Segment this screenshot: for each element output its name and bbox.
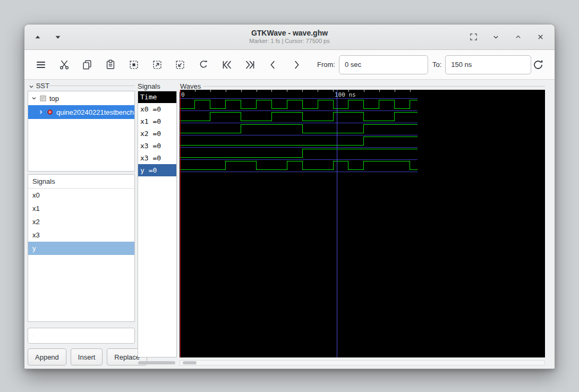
paste-icon: [105, 59, 116, 71]
wave-signal-row[interactable]: x0 =0: [138, 103, 176, 115]
h-scrollbar-names[interactable]: [138, 361, 176, 365]
maximize-icon: [514, 33, 522, 41]
wave-signal-row[interactable]: x3 =0: [138, 152, 176, 164]
sst-frame-line: [47, 86, 135, 86]
svg-text:0: 0: [181, 91, 185, 98]
scrollbar-thumb[interactable]: [138, 361, 175, 364]
from-label: From:: [317, 61, 335, 69]
step-right-icon: [291, 59, 302, 71]
insert-button[interactable]: Insert: [71, 348, 103, 365]
titlebar-right-controls: [467, 24, 546, 49]
undo-icon: [198, 59, 209, 71]
toolbar: From: To:: [24, 50, 555, 80]
main-content: SST top quine20240221testbench Signals x…: [24, 80, 555, 369]
wave-signal-row[interactable]: x3 =0: [138, 140, 176, 152]
wave-canvas[interactable]: 0100 ns: [180, 90, 545, 357]
search-input[interactable]: [37, 332, 130, 340]
append-button[interactable]: Append: [28, 348, 66, 365]
signal-actions: Append Insert Replace: [28, 348, 147, 365]
signal-list-item[interactable]: x0: [28, 189, 134, 202]
wave-canvas-svg: 0100 ns: [180, 90, 545, 357]
titlebar[interactable]: GTKWave - wave.ghw Marker: 1 fs | Cursor…: [24, 24, 555, 50]
titlebar-left-controls: [32, 24, 64, 49]
to-input[interactable]: [445, 55, 531, 74]
tree-node-label: top: [49, 95, 59, 103]
signal-list-item[interactable]: y: [28, 242, 134, 255]
waves-panel-label: Waves: [180, 82, 201, 90]
copy-button[interactable]: [81, 58, 95, 72]
tree-node-testbench[interactable]: quine20240221testbench: [28, 105, 134, 119]
nav-down-button[interactable]: [52, 31, 64, 43]
to-label: To:: [432, 61, 441, 69]
signal-list-item[interactable]: x3: [28, 228, 134, 242]
wave-signal-row[interactable]: x2 =0: [138, 127, 176, 140]
chevron-down-icon[interactable]: [29, 84, 34, 89]
nav-up-icon: [34, 33, 41, 41]
sst-signals-header: Signals: [28, 175, 134, 189]
tree-node-label: quine20240221testbench: [56, 108, 134, 116]
reload-button[interactable]: [531, 58, 545, 72]
sst-signals-panel: Signals x0x1x2x3y: [28, 174, 135, 322]
copy-icon: [81, 59, 93, 71]
close-icon: [537, 33, 544, 41]
cut-button[interactable]: [57, 58, 71, 72]
scope-icon: [39, 95, 47, 102]
expander-right-icon[interactable]: [38, 109, 44, 115]
signal-list: x0x1x2x3y: [28, 189, 134, 255]
entity-icon: [46, 108, 54, 116]
zoom-in-icon: [151, 59, 163, 71]
svg-text:100 ns: 100 ns: [335, 91, 356, 98]
to-end-button[interactable]: [243, 58, 257, 72]
to-start-button[interactable]: [220, 58, 234, 72]
to-start-icon: [220, 58, 233, 71]
search-icon: [32, 332, 33, 340]
signal-list-item[interactable]: x1: [28, 202, 134, 215]
sst-tree: top quine20240221testbench: [28, 91, 135, 172]
paste-button[interactable]: [104, 58, 117, 72]
window-title: GTKWave - wave.ghw: [249, 29, 329, 38]
marker-cursor-status: Marker: 1 fs | Cursor: 77500 ps: [249, 38, 329, 45]
zoom-out-button[interactable]: [174, 58, 188, 72]
zoom-in-button[interactable]: [150, 58, 164, 72]
menu-button[interactable]: [34, 58, 48, 72]
time-header: Time: [138, 91, 176, 103]
close-button[interactable]: [534, 31, 546, 43]
fullscreen-button[interactable]: [467, 31, 479, 43]
scrollbar-thumb[interactable]: [183, 361, 197, 364]
zoom-fit-icon: [128, 59, 140, 71]
wave-name-panel: Time x0 =0x1 =0x2 =0x3 =0x3 =0y =0: [138, 91, 177, 357]
cut-icon: [58, 59, 70, 71]
expander-down-icon[interactable]: [31, 96, 37, 101]
menu-icon: [35, 59, 47, 71]
minimize-button[interactable]: [490, 31, 501, 43]
wave-signal-row[interactable]: x1 =0: [138, 115, 176, 127]
tree-node-top[interactable]: top: [28, 91, 134, 105]
signal-list-item[interactable]: x2: [28, 215, 134, 228]
nav-down-icon: [54, 33, 62, 41]
nav-up-button[interactable]: [32, 31, 44, 43]
gtkwave-window: GTKWave - wave.ghw Marker: 1 fs | Cursor…: [24, 24, 555, 369]
step-right-button[interactable]: [289, 58, 303, 72]
waves-frame-line: [203, 86, 545, 87]
maximize-button[interactable]: [512, 31, 524, 43]
wave-name-list: x0 =0x1 =0x2 =0x3 =0x3 =0y =0: [138, 103, 176, 176]
zoom-fit-button[interactable]: [127, 58, 141, 72]
fullscreen-icon: [469, 32, 478, 41]
step-left-button[interactable]: [267, 58, 280, 72]
signals-panel-label: Signals: [138, 82, 160, 90]
wave-signal-row[interactable]: y =0: [138, 164, 176, 176]
undo-button[interactable]: [197, 58, 210, 72]
minimize-icon: [492, 33, 500, 41]
reload-icon: [532, 58, 544, 71]
window-title-block: GTKWave - wave.ghw Marker: 1 fs | Cursor…: [249, 29, 329, 45]
from-input[interactable]: [339, 55, 428, 74]
step-left-icon: [267, 59, 279, 71]
to-end-icon: [244, 58, 257, 71]
signal-search[interactable]: [28, 328, 135, 344]
h-scrollbar-waves[interactable]: [180, 360, 545, 365]
zoom-out-icon: [174, 59, 186, 71]
